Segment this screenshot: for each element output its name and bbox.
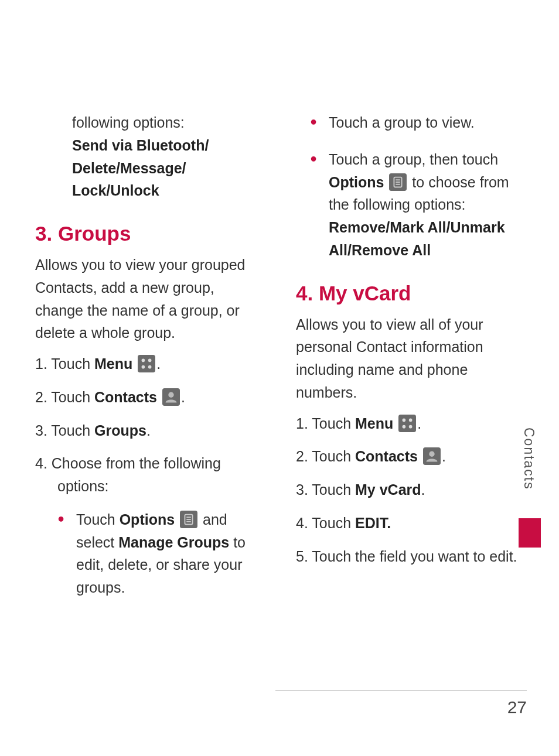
- column-right: Touch a group to view. Touch a group, th…: [296, 111, 521, 613]
- step-item: 2. Touch Contacts .: [296, 445, 521, 468]
- text-bold: Menu: [94, 355, 132, 372]
- step-item: 4. Choose from the following options:: [35, 452, 261, 498]
- page-footer: 27: [275, 690, 527, 717]
- section-side-tab: Contacts: [521, 427, 538, 545]
- list-item: Touch a group, then touch Options to cho…: [296, 148, 521, 262]
- heading-groups: 3. Groups: [35, 222, 261, 245]
- text-bold: Options: [329, 174, 384, 190]
- step-item: 3. Touch My vCard.: [296, 478, 521, 501]
- list-item: Touch Options and select Manage Groups t…: [35, 508, 261, 599]
- text: 2. Touch: [296, 448, 355, 464]
- groups-description: Allows you to view your grouped Contacts…: [35, 254, 261, 344]
- text-bold: Remove/Mark All/Unmark All/Remove All: [329, 219, 505, 258]
- text-bold: Contacts: [355, 448, 418, 464]
- step-item: 2. Touch Contacts .: [35, 386, 261, 409]
- text: .: [156, 355, 161, 372]
- text-bold: Manage Groups: [118, 534, 229, 550]
- side-tab-marker: [519, 518, 541, 548]
- side-tab-label: Contacts: [521, 427, 537, 490]
- step-item: 1. Touch Menu .: [35, 353, 261, 375]
- text-bold: My vCard: [355, 481, 421, 498]
- text: .: [421, 481, 425, 498]
- text-bold: Options: [120, 511, 175, 528]
- vcard-description: Allows you to view all of your personal …: [296, 313, 521, 404]
- text: Touch a group, then touch: [329, 151, 498, 167]
- text: .: [442, 448, 446, 464]
- heading-vcard: 4. My vCard: [296, 282, 521, 305]
- step-item: 5. Touch the field you want to edit.: [296, 545, 521, 568]
- step-item: 3. Touch Groups.: [35, 419, 261, 442]
- text: 1. Touch: [296, 415, 355, 432]
- prev-options-text: following options: Send via Bluetooth/ D…: [35, 111, 261, 202]
- text-bold: Menu: [355, 415, 393, 432]
- groups-sub-bullets: Touch Options and select Manage Groups t…: [35, 508, 261, 599]
- step-item: 4. Touch EDIT.: [296, 512, 521, 535]
- text: .: [146, 422, 151, 439]
- menu-icon: [398, 415, 416, 432]
- menu-icon: [138, 355, 155, 372]
- text-bold: Contacts: [94, 389, 157, 405]
- text: 1. Touch: [35, 355, 94, 372]
- text: 4. Touch: [296, 515, 355, 531]
- text-bold: Send via Bluetooth/ Delete/Message/ Lock…: [72, 137, 209, 199]
- options-icon: [389, 173, 407, 191]
- page-number: 27: [507, 697, 527, 717]
- text: following options:: [72, 114, 185, 131]
- manual-page: following options: Send via Bluetooth/ D…: [0, 0, 559, 756]
- options-icon: [180, 511, 197, 528]
- groups-sub-bullets-cont: Touch a group to view. Touch a group, th…: [296, 111, 521, 262]
- content-columns: following options: Send via Bluetooth/ D…: [35, 111, 521, 613]
- text: Touch: [76, 511, 120, 528]
- step-item: 1. Touch Menu .: [296, 412, 521, 435]
- contacts-icon: [162, 388, 180, 406]
- text-bold: Groups: [94, 422, 146, 439]
- text: .: [417, 415, 421, 432]
- text-bold: EDIT.: [355, 515, 391, 531]
- text: 2. Touch: [35, 389, 94, 405]
- text: 3. Touch: [296, 481, 355, 498]
- text: 3. Touch: [35, 422, 94, 439]
- vcard-steps: 1. Touch Menu . 2. Touch Contacts . 3. T…: [296, 412, 521, 568]
- text: .: [181, 389, 185, 405]
- column-left: following options: Send via Bluetooth/ D…: [35, 111, 261, 613]
- contacts-icon: [423, 447, 441, 465]
- groups-steps: 1. Touch Menu . 2. Touch Contacts . 3. T…: [35, 353, 261, 498]
- list-item: Touch a group to view.: [296, 111, 521, 134]
